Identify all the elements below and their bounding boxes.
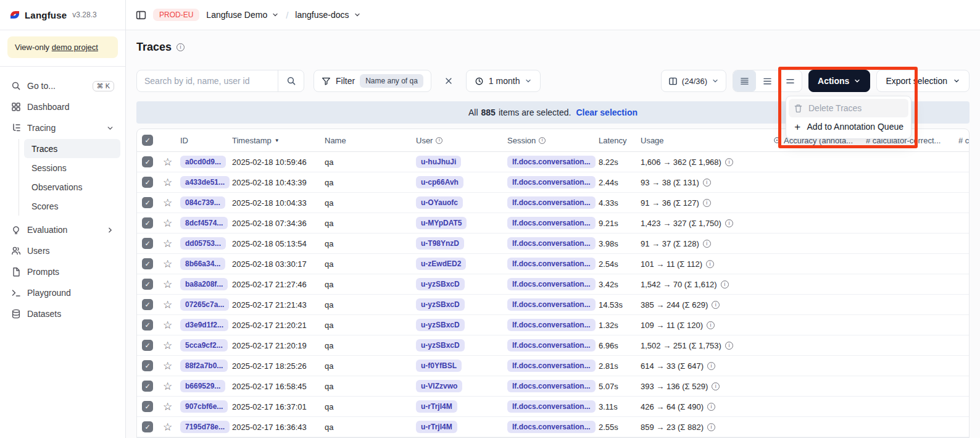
trace-id-badge[interactable]: b669529... [180,380,225,392]
table-row[interactable]: 88f2a7b0... 2025-02-17 18:25:26 qa u-f0Y… [137,356,969,376]
star-icon[interactable] [163,177,172,188]
menu-item-add-to-annotation-queue[interactable]: + Add to Annotation Queue [789,117,908,136]
star-icon[interactable] [163,218,172,229]
session-badge[interactable]: lf.docs.conversation... [507,278,596,290]
row-checkbox[interactable] [142,156,153,167]
session-badge[interactable]: lf.docs.conversation... [507,176,596,188]
table-row[interactable]: dd05753... 2025-02-18 05:13:54 qa u-T98Y… [137,234,969,254]
session-badge[interactable]: lf.docs.conversation... [507,360,596,372]
user-badge[interactable]: u-OYauofc [416,196,463,209]
user-badge[interactable]: u-huJhuJi [416,156,461,168]
star-icon[interactable] [163,198,172,208]
sidebar-item-observations[interactable]: Observations [24,177,120,196]
sidebar-item-tracing[interactable]: Tracing [5,117,120,138]
trace-id-badge[interactable]: ba8a208f... [180,278,228,290]
trace-id-badge[interactable]: 8b66a34... [180,258,225,270]
demo-project-link[interactable]: demo project [52,43,98,52]
star-icon[interactable] [163,422,172,432]
row-checkbox[interactable] [142,360,153,371]
table-row[interactable]: d3e9d1f2... 2025-02-17 21:20:21 qa u-yzS… [137,315,969,335]
user-badge[interactable]: u-rTrjI4M [416,421,457,433]
row-checkbox[interactable] [142,340,153,351]
star-icon[interactable] [163,320,172,331]
session-badge[interactable]: lf.docs.conversation... [507,258,596,270]
filter-button[interactable]: Filter Name any of qa [314,70,431,92]
row-checkbox[interactable] [142,319,153,331]
row-checkbox[interactable] [142,401,153,412]
table-row[interactable]: 8b66a34... 2025-02-18 03:30:17 qa u-zEwd… [137,254,969,274]
session-badge[interactable]: lf.docs.conversation... [507,421,596,433]
table-row[interactable]: 7195d78e... 2025-02-17 16:36:43 qa u-rTr… [137,417,969,437]
session-badge[interactable]: lf.docs.conversation... [507,400,596,413]
row-checkbox[interactable] [142,258,153,269]
search-input[interactable] [137,76,278,86]
usage-info-icon[interactable] [712,382,720,390]
sidebar-item-sessions[interactable]: Sessions [24,158,120,177]
usage-info-icon[interactable] [725,342,733,350]
row-checkbox[interactable] [142,217,153,229]
search-box[interactable] [136,70,304,92]
user-badge[interactable]: u-yzSBxcD [416,339,465,352]
usage-info-icon[interactable] [706,260,714,268]
star-icon[interactable] [163,402,172,412]
user-badge[interactable]: u-zEwdED2 [416,258,466,270]
trace-id-badge[interactable]: 084c739... [180,196,225,209]
row-height-large-button[interactable] [779,70,802,91]
sidebar-toggle-icon[interactable] [136,10,146,20]
column-header-latency[interactable]: Latency [599,136,641,145]
actions-button[interactable]: Actions [808,70,870,92]
row-checkbox[interactable] [142,299,153,310]
usage-info-icon[interactable] [703,179,711,187]
star-icon[interactable] [163,279,172,290]
table-row[interactable]: 8dcf4574... 2025-02-18 07:34:36 qa u-MYp… [137,213,969,234]
sidebar-item-dashboard[interactable]: Dashboard [5,96,120,117]
row-checkbox[interactable] [142,421,153,432]
sidebar-item-playground[interactable]: Playground [5,282,120,303]
info-icon[interactable] [176,43,185,51]
usage-info-icon[interactable] [703,199,711,207]
info-icon[interactable] [539,137,546,144]
star-icon[interactable] [163,361,172,371]
trace-id-badge[interactable]: 7195d78e... [180,421,230,433]
table-row[interactable]: ba8a208f... 2025-02-17 21:27:46 qa u-yzS… [137,274,969,295]
table-row[interactable]: a0cd0d9... 2025-02-18 10:59:46 qa u-huJh… [137,152,969,172]
session-badge[interactable]: lf.docs.conversation... [507,319,596,331]
select-all-checkbox[interactable] [142,135,153,146]
trace-id-badge[interactable]: 07265c7a... [180,298,229,311]
org-selector[interactable]: Langfuse Demo [206,10,279,20]
table-row[interactable]: b669529... 2025-02-17 16:58:45 qa u-VIZz… [137,376,969,397]
table-row[interactable]: 07265c7a... 2025-02-17 21:21:43 qa u-yzS… [137,295,969,315]
session-badge[interactable]: lf.docs.conversation... [507,298,596,311]
trace-id-badge[interactable]: 5cca9cf2... [180,339,228,352]
session-badge[interactable]: lf.docs.conversation... [507,339,596,352]
column-header-id[interactable]: ID [180,136,232,145]
usage-info-icon[interactable] [721,280,729,288]
table-row[interactable]: a433de51... 2025-02-18 10:43:39 qa u-cp6… [137,172,969,193]
search-submit-button[interactable] [278,70,304,91]
session-badge[interactable]: lf.docs.conversation... [507,217,596,229]
user-badge[interactable]: u-T98YnzD [416,237,464,250]
trace-id-badge[interactable]: 907cbf6e... [180,400,228,413]
user-badge[interactable]: u-f0YfBSL [416,360,462,372]
trace-id-badge[interactable]: dd05753... [180,237,226,250]
project-selector[interactable]: langfuse-docs [295,10,360,20]
filter-chip[interactable]: Name any of qa [360,74,423,88]
usage-info-icon[interactable] [707,423,715,431]
star-icon[interactable] [163,157,172,167]
row-height-medium-button[interactable] [756,70,779,91]
sidebar-item-scores[interactable]: Scores [24,196,120,216]
trace-id-badge[interactable]: d3e9d1f2... [180,319,228,331]
usage-info-icon[interactable] [725,158,733,166]
user-badge[interactable]: u-cp66Avh [416,176,463,188]
user-badge[interactable]: u-MYpDAT5 [416,217,467,229]
trace-id-badge[interactable]: a0cd0d9... [180,156,226,168]
trace-id-badge[interactable]: 8dcf4574... [180,217,228,229]
usage-info-icon[interactable] [712,301,720,309]
usage-info-icon[interactable] [703,240,711,248]
clear-filter-button[interactable] [441,73,457,89]
star-icon[interactable] [163,381,172,392]
row-checkbox[interactable] [142,197,153,208]
column-header-timestamp[interactable]: Timestamp▼ [232,136,325,145]
star-icon[interactable] [163,238,172,249]
row-checkbox[interactable] [142,279,153,290]
